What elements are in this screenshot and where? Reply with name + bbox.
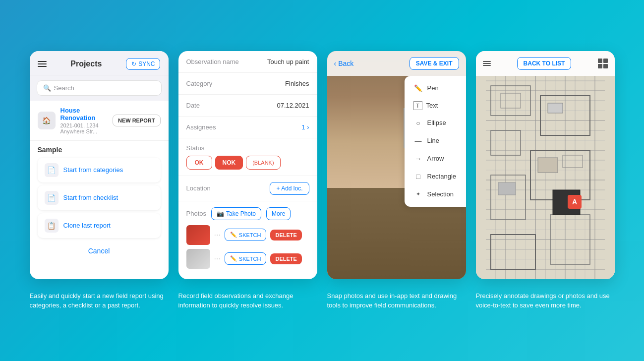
description-text-4: Precisely annotate drawings or photos an… xyxy=(476,291,615,310)
tool-rectangle[interactable]: □ Rectangle xyxy=(410,168,461,185)
categories-icon: 📄 xyxy=(45,163,59,177)
rectangle-icon: □ xyxy=(413,172,423,181)
status-blank-button[interactable]: (BLANK) xyxy=(246,156,280,170)
obs-category-row: Category Finishes xyxy=(178,73,317,95)
projects-header: Projects ↻ SYNC xyxy=(30,51,169,75)
card-projects: Projects ↻ SYNC 🔍 Search 🏠 House Renovat… xyxy=(30,51,169,279)
camera-icon: 📷 xyxy=(217,210,224,217)
obs-name-row: Observation name Touch up paint xyxy=(178,51,317,73)
photo-item-1: ··· ✏️ SKETCH DELETE xyxy=(186,225,309,245)
categories-label: Start from categories xyxy=(63,166,123,174)
obs-category-label: Category xyxy=(186,80,213,87)
description-1: Easily and quickly start a new field rep… xyxy=(30,291,169,310)
project-info: House Renovation 2021-001, 1234 Anywhere… xyxy=(60,107,108,134)
save-exit-button[interactable]: SAVE & EXIT xyxy=(410,57,459,70)
svg-rect-41 xyxy=(498,182,516,195)
tool-line-label: Line xyxy=(427,137,457,144)
tool-text[interactable]: T Text xyxy=(410,98,461,114)
status-label: Status xyxy=(186,144,309,152)
location-label: Location xyxy=(186,184,211,192)
project-sub: 2021-001, 1234 Anywhere Str... xyxy=(60,122,108,134)
card-observation: Observation name Touch up paint Category… xyxy=(178,51,317,279)
description-text-3: Snap photos and use in-app text and draw… xyxy=(327,291,466,310)
search-icon: 🔍 xyxy=(43,84,51,92)
photos-header: Photos 📷 Take Photo More xyxy=(186,207,309,220)
menu-item-categories[interactable]: 📄 Start from categories xyxy=(38,158,161,182)
description-text-1: Easily and quickly start a new field rep… xyxy=(30,291,169,310)
obs-category-value: Finishes xyxy=(285,80,309,87)
project-item: 🏠 House Renovation 2021-001, 1234 Anywhe… xyxy=(30,101,169,141)
tool-text-label: Text xyxy=(426,102,456,109)
tool-arrow[interactable]: → Arrow xyxy=(410,150,461,167)
sketch-icon-1: ✏️ xyxy=(230,232,237,238)
projects-title: Projects xyxy=(70,60,102,68)
svg-text:A: A xyxy=(572,198,577,206)
card-camera: ‹ Back SAVE & EXIT ✏️ Pen T Text xyxy=(327,51,466,279)
menu-item-checklist[interactable]: 📄 Start from checklist xyxy=(38,185,161,210)
ellipse-icon: ○ xyxy=(413,118,423,128)
add-location-button[interactable]: + Add loc. xyxy=(270,182,309,195)
sketch-icon-2: ✏️ xyxy=(230,255,237,262)
sample-section: Sample 📄 Start from categories 📄 Start f… xyxy=(30,141,169,261)
sketch-button-1[interactable]: ✏️ SKETCH xyxy=(225,229,267,241)
status-nok-button[interactable]: NOK xyxy=(215,156,243,170)
checklist-label: Start from checklist xyxy=(63,194,118,201)
menu-item-clone[interactable]: 📋 Clone last report xyxy=(38,213,161,238)
tool-pen[interactable]: ✏️ Pen xyxy=(410,80,461,97)
tools-panel: ✏️ Pen T Text ○ Ellipse — Line xyxy=(405,76,466,207)
delete-button-2[interactable]: DELETE xyxy=(270,253,301,264)
back-chevron-icon: ‹ xyxy=(334,60,337,67)
sync-button[interactable]: ↻ SYNC xyxy=(126,58,160,70)
tool-rectangle-label: Rectangle xyxy=(427,173,457,180)
camera-header: ‹ Back SAVE & EXIT xyxy=(327,51,466,76)
line-icon: — xyxy=(413,136,423,146)
hamburger-icon[interactable] xyxy=(38,61,47,67)
photo-item-2: ··· ✏️ SKETCH DELETE xyxy=(186,249,309,269)
card-map: BACK TO LIST xyxy=(476,51,615,279)
sample-label: Sample xyxy=(38,146,161,154)
tool-ellipse[interactable]: ○ Ellipse xyxy=(410,115,461,131)
more-button[interactable]: More xyxy=(266,207,291,220)
obs-assignees-value: 1 › xyxy=(301,123,309,131)
back-button[interactable]: ‹ Back xyxy=(334,60,354,67)
sketch-button-2[interactable]: ✏️ SKETCH xyxy=(225,252,267,265)
obs-date-value: 07.12.2021 xyxy=(277,102,309,109)
status-row: Status OK NOK (BLANK) xyxy=(178,138,317,176)
description-text-2: Record field observations and exchange i… xyxy=(178,291,317,310)
take-photo-button[interactable]: 📷 Take Photo xyxy=(211,207,261,220)
tool-pen-label: Pen xyxy=(427,84,457,92)
room-photo: ‹ Back SAVE & EXIT ✏️ Pen T Text xyxy=(327,51,466,279)
back-to-list-button[interactable]: BACK TO LIST xyxy=(517,57,572,70)
map-svg: A xyxy=(476,51,615,279)
obs-date-label: Date xyxy=(186,102,200,109)
cards-row: Projects ↻ SYNC 🔍 Search 🏠 House Renovat… xyxy=(20,51,625,279)
delete-button-1[interactable]: DELETE xyxy=(270,230,301,241)
status-ok-button[interactable]: OK xyxy=(186,156,212,170)
tool-line[interactable]: — Line xyxy=(410,132,461,149)
text-icon: T xyxy=(413,101,422,110)
map-background: BACK TO LIST xyxy=(476,51,615,279)
description-2: Record field observations and exchange i… xyxy=(178,291,317,310)
grid-icon[interactable] xyxy=(598,59,608,68)
description-3: Snap photos and use in-app text and draw… xyxy=(327,291,466,310)
svg-rect-35 xyxy=(548,103,563,113)
photos-row: Photos 📷 Take Photo More ··· ✏️ SKETCH xyxy=(178,201,317,279)
tool-selection-label: Selection xyxy=(427,190,457,198)
photo-dots-2: ··· xyxy=(214,254,221,263)
obs-name-value: Touch up paint xyxy=(267,58,309,65)
tool-selection[interactable]: ✦ Selection xyxy=(410,186,461,203)
new-report-button[interactable]: NEW REPORT xyxy=(113,115,161,126)
cancel-button[interactable]: Cancel xyxy=(38,241,161,261)
arrow-icon: → xyxy=(413,154,423,164)
photo-thumb-2 xyxy=(186,249,210,269)
map-header: BACK TO LIST xyxy=(476,51,615,76)
obs-date-row: Date 07.12.2021 xyxy=(178,95,317,117)
clone-icon: 📋 xyxy=(45,219,59,233)
sync-icon: ↻ xyxy=(131,60,136,67)
search-box[interactable]: 🔍 Search xyxy=(37,80,162,96)
photo-thumb-1 xyxy=(186,225,210,245)
tool-arrow-label: Arrow xyxy=(427,155,457,162)
obs-assignees-label: Assignees xyxy=(186,123,216,131)
menu-icon xyxy=(483,61,491,66)
clone-label: Clone last report xyxy=(63,222,111,229)
